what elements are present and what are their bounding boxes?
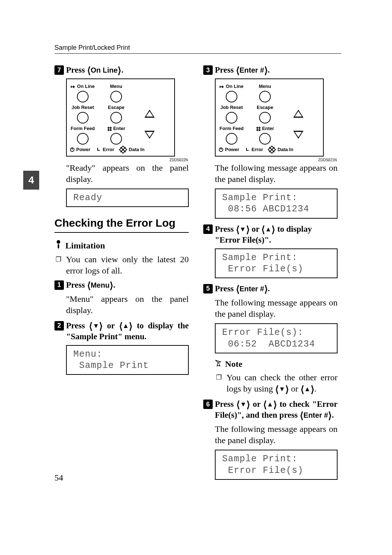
limitation-icon — [54, 239, 62, 252]
step-number-2: 2 — [54, 321, 64, 331]
step-1-head: 1 Press ⟨Menu⟩. — [54, 280, 189, 291]
step-number-5: 5 — [203, 284, 213, 293]
bullet-icon: ❐ — [54, 254, 62, 276]
lcd-ready: Ready — [66, 189, 189, 207]
running-head: Sample Print/Locked Print — [54, 44, 341, 54]
step-7-result: "Ready" appears on the panel display. — [54, 162, 189, 185]
panel-btn-enter: Enter — [103, 126, 129, 145]
page-content: Sample Print/Locked Print 7 Press ⟨On Li… — [54, 44, 341, 485]
control-panel-figure-2: On Line Menu Job Reset Escape Form Feed … — [215, 78, 338, 162]
step-3-head: 3 Press ⟨Enter #⟩. — [203, 65, 338, 76]
control-panel-figure-1: On Line Menu Job Reset Escape — [66, 78, 189, 162]
step-5-result: The following message appears on the pan… — [203, 297, 338, 320]
right-column: 3 Press ⟨Enter #⟩. On Line Menu Job Rese — [203, 65, 338, 485]
triangle-up-icon — [144, 110, 155, 118]
step-number-6: 6 — [203, 400, 213, 409]
figure-id: ZDDS022N — [66, 158, 188, 162]
section-tab: 4 — [23, 171, 39, 190]
limitation-item: ❐ You can view only the latest 20 error … — [54, 254, 189, 276]
step-6-result: The following message appears on the pan… — [203, 424, 338, 446]
step-number-3: 3 — [203, 65, 213, 75]
lcd-sample-print-job: Sample Print: 08:56 ABCD1234 — [215, 189, 338, 219]
note-item: ❐ You can check the other error logs by … — [203, 372, 338, 394]
press-text: Press — [66, 65, 87, 74]
tail: . — [121, 65, 123, 74]
step-number-7: 7 — [54, 65, 64, 75]
lcd-error-files-again: Sample Print: Error File(s) — [215, 450, 338, 480]
panel-btn-online: On Line — [70, 84, 96, 102]
step-6-head: 6 Press ⟨▼⟩ or ⟨▲⟩ to check "Error File(… — [203, 399, 338, 421]
figure-id-2: ZDDS021N — [215, 158, 337, 162]
panel-btn-down — [136, 126, 163, 139]
up-key-icon: ▲ — [123, 322, 129, 330]
key-online: On Line — [91, 66, 118, 74]
heading-checking-error-log: Checking the Error Log — [54, 216, 189, 233]
error-icon — [96, 147, 101, 152]
step-7-head: 7 Press ⟨On Line⟩. — [54, 65, 189, 76]
note-icon — [215, 358, 222, 370]
panel-btn-up — [136, 105, 163, 118]
hash-icon — [107, 126, 112, 131]
down-key-icon: ▼ — [93, 322, 99, 330]
step-1-result: "Menu" appears on the panel display. — [54, 293, 189, 316]
panel-btn-formfeed: Form Feed — [70, 126, 96, 145]
panel-btn-menu: Menu — [103, 84, 129, 102]
triangle-down-icon — [144, 131, 155, 139]
left-column: 7 Press ⟨On Line⟩. On Line Me — [54, 65, 189, 485]
step-number-1: 1 — [54, 280, 64, 290]
data-in-icon — [119, 146, 127, 154]
step-2-head: 2 Press ⟨▼⟩ or ⟨▲⟩ to display the "Sampl… — [54, 320, 189, 342]
key-enter: Enter # — [240, 66, 264, 74]
note-head: Note — [203, 358, 338, 370]
limitation-head: Limitation — [54, 239, 189, 252]
step-5-head: 5 Press ⟨Enter #⟩. — [203, 283, 338, 294]
step-3-result: The following message appears on the pan… — [203, 162, 338, 185]
lcd-error-file-entry: Error File(s): 06:52 ABCD1234 — [215, 323, 338, 353]
page-number: 54 — [54, 472, 63, 483]
panel-status-row: Power Error Data In — [70, 147, 171, 153]
lcd-error-files-menu: Sample Print: Error File(s) — [215, 248, 338, 279]
power-icon — [70, 147, 75, 152]
step-4-head: 4 Press ⟨▼⟩ or ⟨▲⟩ to display "Error Fil… — [203, 224, 338, 246]
lcd-menu-sample-print: Menu: Sample Print — [66, 345, 189, 375]
key-menu: Menu — [91, 281, 110, 289]
panel-btn-escape: Escape — [103, 105, 129, 123]
step-number-4: 4 — [203, 224, 213, 234]
panel-btn-jobreset: Job Reset — [70, 105, 96, 123]
svg-rect-2 — [58, 244, 59, 248]
online-arrow-icon — [71, 84, 76, 89]
svg-point-1 — [57, 240, 60, 244]
